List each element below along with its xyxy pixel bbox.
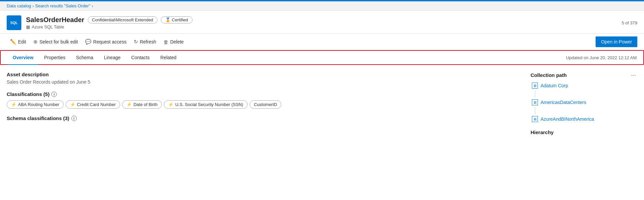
collection-more-button[interactable]: ··· [630, 72, 637, 79]
main-left: Asset description Sales Order Records up… [7, 72, 517, 135]
tab-overview[interactable]: Overview [7, 51, 39, 65]
tabs-left: Overview Properties Schema Lineage Conta… [7, 51, 182, 64]
delete-icon: 🗑 [164, 39, 169, 45]
main-content: Asset description Sales Order Records up… [0, 65, 644, 142]
asset-description-title: Asset description [7, 72, 517, 77]
badge-confidential[interactable]: Confidential\Microsoft Extended [88, 16, 158, 23]
asset-subtitle: ▦ Azure SQL Table [26, 24, 193, 29]
tag-ssn[interactable]: ⚡ U.S. Social Security Number (SSN) [164, 100, 248, 109]
schema-classifications-title: Schema classifications (3) i [7, 115, 517, 121]
collection-item-azure[interactable]: ⊞ AzureAndBINorthAmerica [532, 115, 637, 123]
breadcrumb-data-catalog[interactable]: Data catalog [7, 3, 31, 8]
tabs-section: Overview Properties Schema Lineage Conta… [0, 50, 644, 65]
table-icon: ▦ [26, 24, 30, 29]
page-count: 5 of 379 [622, 20, 637, 25]
collection-path-header: Collection path ··· [531, 72, 637, 79]
toolbar-left: ✏️ Edit ⊕ Select for bulk edit 💬 Request… [7, 37, 187, 47]
tab-properties[interactable]: Properties [39, 51, 71, 65]
tree-connector-1 [535, 91, 535, 97]
asset-description-text: Sales Order Records updated on June 5 [7, 79, 517, 85]
flash-icon-aba: ⚡ [11, 102, 16, 107]
header-section: SQL SalesOrderHeader Confidential\Micros… [0, 11, 644, 34]
flash-icon-ssn: ⚡ [168, 102, 174, 107]
header-title: SalesOrderHeader Confidential\Microsoft … [26, 16, 193, 24]
tag-credit-card[interactable]: ⚡ Credit Card Number [66, 100, 120, 109]
tag-date-of-birth[interactable]: ⚡ Date of Birth [122, 100, 162, 109]
bulk-edit-button[interactable]: ⊕ Select for bulk edit [30, 37, 81, 47]
tab-contacts[interactable]: Contacts [126, 51, 155, 65]
open-power-button[interactable]: Open in Power [596, 36, 637, 47]
collection-item-adatum[interactable]: ⊞ Adatum Corp [532, 82, 637, 89]
tree-connector-2 [535, 107, 535, 114]
sql-icon: SQL [7, 15, 21, 30]
updated-text: Updated on June 20, 2022 12:12 AM [566, 51, 637, 64]
tab-related[interactable]: Related [155, 51, 182, 65]
tab-schema[interactable]: Schema [71, 51, 98, 65]
delete-button[interactable]: 🗑 Delete [160, 37, 187, 47]
request-icon: 💬 [85, 39, 91, 45]
bulk-edit-icon: ⊕ [33, 39, 38, 45]
refresh-icon: ↻ [134, 39, 138, 45]
breadcrumb-search-results[interactable]: Search results "Sales Order" [35, 3, 90, 8]
edit-button[interactable]: ✏️ Edit [7, 37, 29, 47]
main-right: Collection path ··· ⊞ Adatum Corp ⊞ Amer… [531, 72, 637, 135]
tag-aba-routing[interactable]: ⚡ ABA Routing Number [7, 100, 64, 109]
classifications-title: Classifications (5) [7, 91, 49, 97]
request-access-button[interactable]: 💬 Request access [82, 37, 130, 47]
collection-tree-icon-adatum: ⊞ [532, 83, 538, 89]
certified-check-icon: 🏅 [165, 17, 171, 22]
collection-tree-icon-azure: ⊞ [532, 116, 538, 122]
badge-certified[interactable]: 🏅 Certified [161, 16, 192, 23]
collection-tree-icon-americas: ⊞ [532, 99, 538, 105]
hierarchy-title: Hierarchy [531, 129, 637, 135]
breadcrumb: Data catalog › Search results "Sales Ord… [0, 1, 644, 11]
flash-icon-dob: ⚡ [126, 102, 132, 107]
refresh-button[interactable]: ↻ Refresh [130, 37, 159, 47]
edit-icon: ✏️ [10, 39, 16, 45]
collection-path-title: Collection path [531, 72, 567, 78]
classifications-tags: ⚡ ABA Routing Number ⚡ Credit Card Numbe… [7, 100, 517, 109]
toolbar: ✏️ Edit ⊕ Select for bulk edit 💬 Request… [0, 34, 644, 50]
header-left: SQL SalesOrderHeader Confidential\Micros… [7, 15, 193, 30]
asset-name: SalesOrderHeader [26, 16, 84, 24]
collection-tree: ⊞ Adatum Corp ⊞ AmericasDataCenters ⊞ Az… [531, 82, 637, 123]
classifications-header: Classifications (5) i [7, 91, 517, 97]
flash-icon-credit: ⚡ [70, 102, 75, 107]
classifications-info-icon[interactable]: i [51, 92, 57, 97]
tag-customerid[interactable]: CustomerID [250, 100, 281, 109]
header-title-block: SalesOrderHeader Confidential\Microsoft … [26, 16, 193, 29]
collection-item-americas[interactable]: ⊞ AmericasDataCenters [532, 99, 637, 106]
schema-info-icon[interactable]: i [71, 116, 77, 121]
tab-lineage[interactable]: Lineage [98, 51, 126, 65]
